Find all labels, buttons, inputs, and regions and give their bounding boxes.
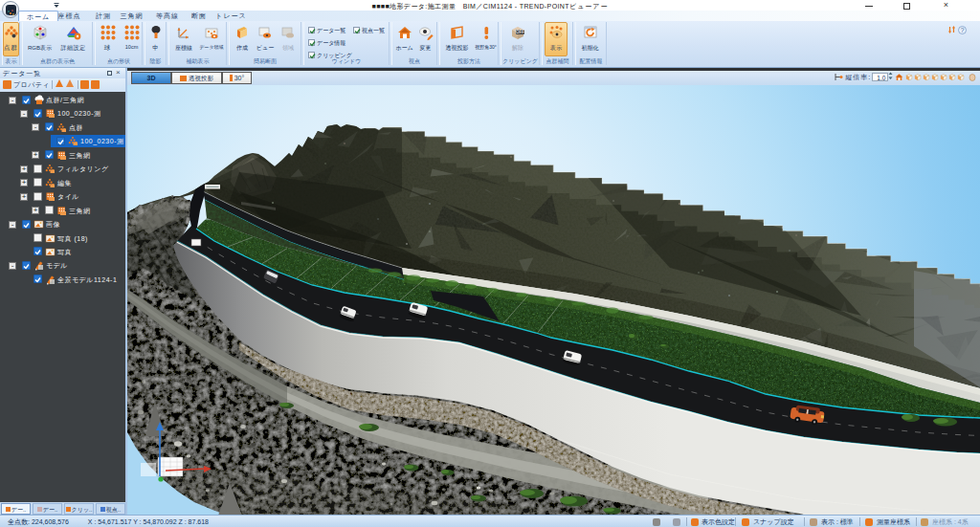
svg-text:?: ?: [961, 27, 965, 33]
svg-text:OFF: OFF: [516, 30, 524, 34]
